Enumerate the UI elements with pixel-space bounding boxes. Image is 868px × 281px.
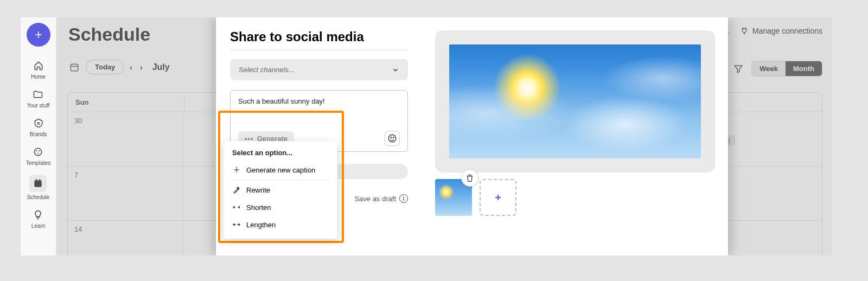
calendar-background: Schedule Today ‹ › July New... Manage co… <box>56 17 832 256</box>
month-label: July <box>152 62 170 72</box>
svg-point-9 <box>388 135 396 142</box>
trash-icon <box>465 174 474 182</box>
shorten-icon <box>232 203 241 212</box>
brand-icon: B <box>33 117 44 129</box>
left-sidebar: Home Your stuff B Brands Templates Sched… <box>21 17 56 256</box>
date-cell[interactable]: 7 <box>68 167 183 221</box>
sidebar-item-home[interactable]: Home <box>31 60 46 80</box>
folder-icon <box>32 88 44 100</box>
share-modal: Share to social media Select channels...… <box>216 17 728 256</box>
modal-title: Share to social media <box>230 29 408 44</box>
generate-dropdown: Select an option... Generate new caption… <box>224 141 337 239</box>
info-icon[interactable]: i <box>399 194 408 203</box>
calendar-icon <box>32 177 44 189</box>
week-toggle[interactable]: Week <box>752 61 786 76</box>
filter-icon[interactable] <box>733 63 744 74</box>
sidebar-item-brands[interactable]: B Brands <box>30 117 47 137</box>
lengthen-icon <box>232 220 241 229</box>
svg-point-14 <box>236 169 238 171</box>
preview-image <box>449 44 701 158</box>
date-cell[interactable]: 30 <box>68 112 183 167</box>
svg-rect-7 <box>40 179 41 181</box>
nav-label: Templates <box>26 160 51 166</box>
wand-icon <box>232 186 241 194</box>
manage-connections-button[interactable]: Manage connections <box>739 26 822 36</box>
dropdown-header: Select an option... <box>224 146 337 161</box>
dropdown-generate-new[interactable]: Generate new caption <box>224 161 337 178</box>
dropdown-shorten[interactable]: Shorten <box>224 199 337 216</box>
delete-thumbnail-button[interactable] <box>461 169 478 187</box>
chevron-down-icon <box>392 66 399 74</box>
sidebar-item-learn[interactable]: Learn <box>31 209 46 229</box>
date-cell[interactable]: 14 <box>68 221 183 256</box>
plus-icon <box>34 30 43 40</box>
preview-card <box>435 30 715 173</box>
nav-label: Your stuff <box>27 103 50 108</box>
calendar-mini-icon[interactable] <box>68 61 80 73</box>
day-header-sun: Sun <box>68 93 184 112</box>
sparkle-icon <box>232 165 241 174</box>
sidebar-item-yourstuff[interactable]: Your stuff <box>27 88 50 108</box>
new-button[interactable] <box>27 23 50 47</box>
view-toggle: Week Month <box>751 61 822 76</box>
nav-label: Schedule <box>27 194 50 200</box>
nav-label: Home <box>31 74 46 80</box>
svg-point-10 <box>391 137 392 138</box>
prev-arrow[interactable]: ‹ <box>130 63 132 72</box>
svg-rect-6 <box>36 179 37 181</box>
sidebar-item-schedule[interactable]: Schedule <box>27 175 50 200</box>
plug-icon <box>739 26 749 36</box>
sidebar-item-templates[interactable]: Templates <box>26 146 51 166</box>
smile-icon <box>387 133 397 143</box>
month-toggle[interactable]: Month <box>786 61 822 76</box>
today-button[interactable]: Today <box>86 60 124 74</box>
svg-point-3 <box>39 150 40 151</box>
svg-rect-5 <box>35 180 42 187</box>
channel-select[interactable]: Select channels... <box>230 59 408 80</box>
svg-point-2 <box>36 150 37 151</box>
dropdown-lengthen[interactable]: Lengthen <box>224 216 337 233</box>
dropdown-rewrite[interactable]: Rewrite <box>224 181 337 199</box>
home-icon <box>33 60 44 72</box>
add-media-button[interactable]: + <box>480 179 516 216</box>
nav-label: Brands <box>30 131 47 137</box>
save-draft-button[interactable]: Save as draft <box>354 195 396 203</box>
lightbulb-icon <box>32 209 44 221</box>
svg-point-1 <box>35 148 42 155</box>
caption-text[interactable]: Such a beautiful sunny day! <box>238 97 400 119</box>
svg-point-11 <box>393 137 394 138</box>
page-title: Schedule <box>68 24 150 45</box>
svg-text:B: B <box>37 121 40 126</box>
svg-point-4 <box>37 152 39 154</box>
svg-rect-8 <box>71 64 78 71</box>
templates-icon <box>32 146 44 158</box>
next-arrow[interactable]: › <box>140 63 143 72</box>
emoji-button[interactable] <box>385 131 400 146</box>
nav-label: Learn <box>31 223 46 229</box>
